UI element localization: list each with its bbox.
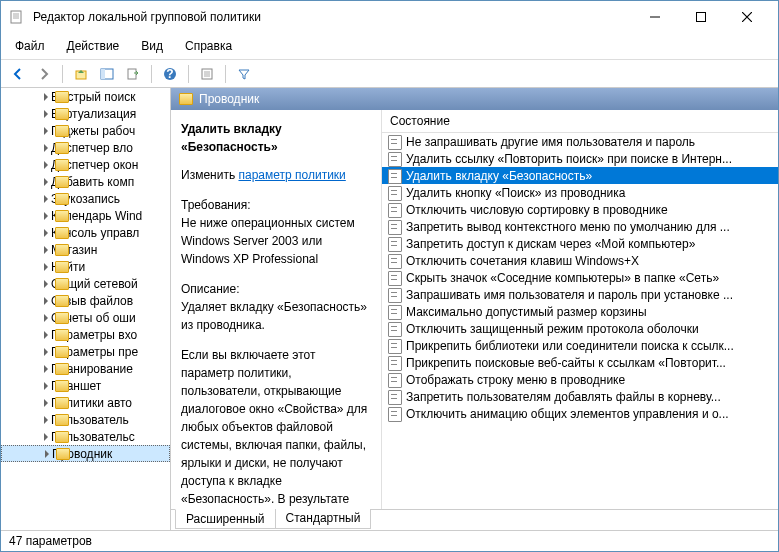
show-hide-tree-button[interactable]	[96, 63, 118, 85]
tree-item[interactable]: Проводник	[1, 445, 170, 462]
expander-icon[interactable]	[41, 262, 51, 272]
folder-icon	[55, 295, 69, 307]
back-button[interactable]	[7, 63, 29, 85]
tree-item[interactable]: Планшет	[1, 377, 170, 394]
minimize-button[interactable]	[632, 2, 678, 32]
content-header-title: Проводник	[199, 92, 259, 106]
expander-icon[interactable]	[41, 330, 51, 340]
tree-item[interactable]: Диспетчер окон	[1, 156, 170, 173]
export-button[interactable]	[122, 63, 144, 85]
list-item[interactable]: Отображать строку меню в проводнике	[382, 371, 778, 388]
folder-icon	[55, 346, 69, 358]
edit-policy-link[interactable]: параметр политики	[238, 168, 345, 182]
tree-item[interactable]: Диспетчер вло	[1, 139, 170, 156]
expander-icon[interactable]	[42, 449, 52, 459]
expander-icon[interactable]	[41, 313, 51, 323]
list-item[interactable]: Запрашивать имя пользователя и пароль пр…	[382, 286, 778, 303]
svg-rect-0	[11, 11, 21, 23]
tree-item[interactable]: Гаджеты рабоч	[1, 122, 170, 139]
tree-item[interactable]: Виртуализация	[1, 105, 170, 122]
tree-item[interactable]: Найти	[1, 258, 170, 275]
menu-help[interactable]: Справка	[175, 35, 242, 57]
list-item[interactable]: Отключить сочетания клавиш Windows+X	[382, 252, 778, 269]
expander-icon[interactable]	[41, 347, 51, 357]
list-item[interactable]: Прикрепить поисковые веб-сайты к ссылкам…	[382, 354, 778, 371]
expander-icon[interactable]	[41, 143, 51, 153]
tree-item[interactable]: Общий сетевой	[1, 275, 170, 292]
list-item[interactable]: Отключить анимацию общих элементов управ…	[382, 405, 778, 422]
list-item[interactable]: Запретить пользователям добавлять файлы …	[382, 388, 778, 405]
list-item[interactable]: Запретить доступ к дискам через «Мой ком…	[382, 235, 778, 252]
menu-action[interactable]: Действие	[57, 35, 130, 57]
expander-icon[interactable]	[41, 279, 51, 289]
folder-icon	[55, 278, 69, 290]
expander-icon[interactable]	[41, 415, 51, 425]
close-button[interactable]	[724, 2, 770, 32]
tree-item[interactable]: Планирование	[1, 360, 170, 377]
list-item[interactable]: Удалить вкладку «Безопасность»	[382, 167, 778, 184]
folder-icon	[55, 363, 69, 375]
list-item[interactable]: Скрыть значок «Соседние компьютеры» в па…	[382, 269, 778, 286]
list-item[interactable]: Удалить кнопку «Поиск» из проводника	[382, 184, 778, 201]
policy-list[interactable]: Не запрашивать другие имя пользователя и…	[382, 133, 778, 509]
list-item[interactable]: Запретить вывод контекстного меню по умо…	[382, 218, 778, 235]
expander-icon[interactable]	[41, 160, 51, 170]
expander-icon[interactable]	[41, 432, 51, 442]
folder-icon	[55, 176, 69, 188]
tree-item[interactable]: Параметры пре	[1, 343, 170, 360]
tree-sidebar[interactable]: Быстрый поискВиртуализацияГаджеты рабочД…	[1, 88, 171, 530]
tree-item[interactable]: Календарь Wind	[1, 207, 170, 224]
menu-view[interactable]: Вид	[131, 35, 173, 57]
menu-file[interactable]: Файл	[5, 35, 55, 57]
properties-button[interactable]	[196, 63, 218, 85]
filter-button[interactable]	[233, 63, 255, 85]
list-item[interactable]: Удалить ссылку «Повторить поиск» при пои…	[382, 150, 778, 167]
list-item-label: Максимально допустимый размер корзины	[406, 305, 647, 319]
tree-item[interactable]: Магазин	[1, 241, 170, 258]
tree-item[interactable]: Отзыв файлов	[1, 292, 170, 309]
expander-icon[interactable]	[41, 126, 51, 136]
list-item[interactable]: Прикрепить библиотеки или соединители по…	[382, 337, 778, 354]
list-item[interactable]: Отключить защищенный режим протокола обо…	[382, 320, 778, 337]
expander-icon[interactable]	[41, 245, 51, 255]
expander-icon[interactable]	[41, 228, 51, 238]
expander-icon[interactable]	[41, 194, 51, 204]
folder-icon	[55, 91, 69, 103]
list-item-label: Запретить вывод контекстного меню по умо…	[406, 220, 730, 234]
list-column-header[interactable]: Состояние	[382, 110, 778, 133]
description-pane: Удалить вкладку «Безопасность» Изменить …	[171, 110, 381, 509]
expander-icon[interactable]	[41, 381, 51, 391]
expander-icon[interactable]	[41, 109, 51, 119]
help-button[interactable]: ?	[159, 63, 181, 85]
policy-title: Удалить вкладку «Безопасность»	[181, 120, 371, 156]
tree-item[interactable]: Добавить комп	[1, 173, 170, 190]
folder-icon	[55, 431, 69, 443]
expander-icon[interactable]	[41, 364, 51, 374]
tree-item[interactable]: Пользовательс	[1, 428, 170, 445]
tree-item[interactable]: Консоль управл	[1, 224, 170, 241]
tree-item[interactable]: Политики авто	[1, 394, 170, 411]
expander-icon[interactable]	[41, 92, 51, 102]
folder-icon	[55, 227, 69, 239]
folder-icon	[55, 261, 69, 273]
tree-item[interactable]: Отчеты об оши	[1, 309, 170, 326]
tree-item[interactable]: Пользователь	[1, 411, 170, 428]
expander-icon[interactable]	[41, 211, 51, 221]
forward-button[interactable]	[33, 63, 55, 85]
list-item[interactable]: Отключить числовую сортировку в проводни…	[382, 201, 778, 218]
up-button[interactable]	[70, 63, 92, 85]
tree-item[interactable]: Параметры вхо	[1, 326, 170, 343]
expander-icon[interactable]	[41, 398, 51, 408]
list-item[interactable]: Максимально допустимый размер корзины	[382, 303, 778, 320]
tab-extended[interactable]: Расширенный	[175, 509, 276, 529]
tree-item[interactable]: Быстрый поиск	[1, 88, 170, 105]
policy-icon	[388, 271, 402, 285]
tree-item[interactable]: Звукозапись	[1, 190, 170, 207]
list-item[interactable]: Не запрашивать другие имя пользователя и…	[382, 133, 778, 150]
expander-icon[interactable]	[41, 177, 51, 187]
expander-icon[interactable]	[41, 296, 51, 306]
maximize-button[interactable]	[678, 2, 724, 32]
tab-standard[interactable]: Стандартный	[275, 509, 372, 529]
folder-icon	[55, 244, 69, 256]
app-icon	[9, 9, 25, 25]
